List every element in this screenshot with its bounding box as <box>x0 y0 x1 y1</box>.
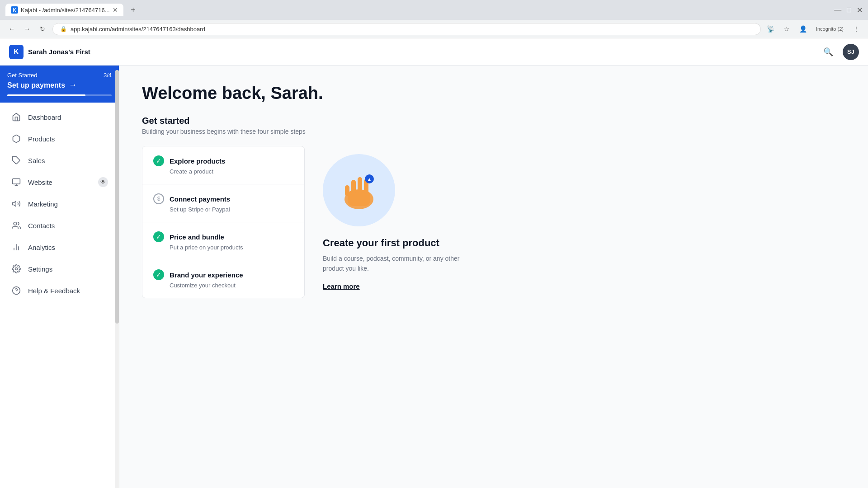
sidebar-item-contacts[interactable]: Contacts <box>2 215 117 236</box>
users-icon <box>11 220 22 231</box>
box-icon <box>11 133 22 144</box>
sidebar-item-help[interactable]: Help & Feedback <box>2 280 117 301</box>
svg-rect-15 <box>358 177 362 193</box>
menu-button[interactable]: ⋮ <box>850 23 863 35</box>
toolbar-right: 📡 ☆ 👤 Incognito (2) ⋮ <box>764 23 863 35</box>
step-explore-header: ✓ Explore products <box>153 155 293 166</box>
sidebar-products-label: Products <box>28 135 55 143</box>
sidebar-item-dashboard[interactable]: Dashboard <box>2 106 117 128</box>
step-connect-desc: Set up Stripe or Paypal <box>170 206 293 213</box>
nav-items: Dashboard Products Sales Website 👁 <box>0 103 119 488</box>
section-title: Get started <box>142 116 845 126</box>
sidebar-settings-label: Settings <box>28 265 52 273</box>
new-tab-button[interactable]: + <box>127 4 140 16</box>
window-controls: — □ ✕ <box>834 6 863 14</box>
search-button[interactable]: 🔍 <box>821 45 835 59</box>
step-connect-header: $ Connect payments <box>153 193 293 204</box>
sidebar-scrollbar[interactable] <box>115 66 119 488</box>
header-left: K Sarah Jonas's First <box>9 45 90 59</box>
forward-button[interactable]: → <box>21 23 33 35</box>
welcome-title: Welcome back, Sarah. <box>142 84 845 103</box>
sidebar-website-label: Website <box>28 178 52 186</box>
svg-rect-14 <box>351 180 356 194</box>
step-brand-check-icon: ✓ <box>153 269 164 280</box>
get-started-count: 3/4 <box>104 72 112 79</box>
svg-point-9 <box>15 268 18 270</box>
url-bar[interactable]: 🔒 app.kajabi.com/admin/sites/2147647163/… <box>52 23 761 35</box>
step-brand-desc: Customize your checkout <box>170 282 293 289</box>
steps-list: ✓ Explore products Create a product $ Co… <box>142 146 305 298</box>
kajabi-logo: K <box>9 45 24 59</box>
website-visibility-badge: 👁 <box>98 177 108 187</box>
sidebar-analytics-label: Analytics <box>28 244 55 251</box>
step-price-header: ✓ Price and bundle <box>153 231 293 242</box>
step-price-check-icon: ✓ <box>153 231 164 242</box>
cast-button[interactable]: 📡 <box>764 23 777 35</box>
step-connect-dollar-icon: $ <box>153 193 164 204</box>
progress-bar <box>7 94 112 96</box>
step-brand-header: ✓ Brand your experience <box>153 269 293 280</box>
sidebar-item-settings[interactable]: Settings <box>2 258 117 280</box>
tag-icon <box>11 155 22 166</box>
minimize-button[interactable]: — <box>834 6 841 14</box>
sidebar-dashboard-label: Dashboard <box>28 113 61 121</box>
progress-fill <box>7 94 85 96</box>
get-started-top: Get Started 3/4 <box>7 72 112 79</box>
get-started-cta: Set up payments → <box>7 80 112 90</box>
maximize-button[interactable]: □ <box>847 6 851 14</box>
get-started-section: Get started Building your business begin… <box>142 116 845 298</box>
sidebar-sales-label: Sales <box>28 157 45 164</box>
site-name: Sarah Jonas's First <box>28 48 90 56</box>
svg-rect-1 <box>13 179 20 184</box>
profile-button[interactable]: 👤 <box>797 23 810 35</box>
learn-more-link[interactable]: Learn more <box>323 282 360 290</box>
step-brand[interactable]: ✓ Brand your experience Customize your c… <box>142 260 304 298</box>
step-price-title: Price and bundle <box>170 233 224 241</box>
sidebar-item-analytics[interactable]: Analytics <box>2 236 117 258</box>
help-circle-icon <box>11 285 22 296</box>
sidebar-marketing-label: Marketing <box>28 200 58 208</box>
steps-layout: ✓ Explore products Create a product $ Co… <box>142 146 845 298</box>
svg-marker-4 <box>13 201 16 206</box>
address-bar: ← → ↻ 🔒 app.kajabi.com/admin/sites/21476… <box>0 20 868 38</box>
sidebar: Get Started 3/4 Set up payments → Dashbo… <box>0 66 119 488</box>
sidebar-item-products[interactable]: Products <box>2 128 117 150</box>
bookmark-button[interactable]: ☆ <box>781 23 793 35</box>
browser-chrome: K Kajabi - /admin/sites/214764716... ✕ +… <box>0 0 868 38</box>
reload-button[interactable]: ↻ <box>36 23 49 35</box>
title-bar: K Kajabi - /admin/sites/214764716... ✕ +… <box>0 0 868 20</box>
sidebar-item-website[interactable]: Website 👁 <box>2 171 117 193</box>
bar-chart-icon <box>11 242 22 253</box>
back-button[interactable]: ← <box>5 23 18 35</box>
section-subtitle: Building your business begins with these… <box>142 128 845 135</box>
home-icon <box>11 112 22 122</box>
sidebar-item-marketing[interactable]: Marketing <box>2 193 117 215</box>
app-header: K Sarah Jonas's First 🔍 SJ <box>0 38 868 66</box>
step-price[interactable]: ✓ Price and bundle Put a price on your p… <box>142 222 304 260</box>
header-right: 🔍 SJ <box>821 44 859 60</box>
step-connect[interactable]: $ Connect payments Set up Stripe or Payp… <box>142 184 304 222</box>
nav-buttons: ← → ↻ <box>5 23 49 35</box>
get-started-arrow-icon: → <box>69 80 77 90</box>
step-explore-desc: Create a product <box>170 168 293 175</box>
tab-title: Kajabi - /admin/sites/214764716... <box>21 7 110 14</box>
incognito-label: Incognito (2) <box>813 23 846 35</box>
browser-tab[interactable]: K Kajabi - /admin/sites/214764716... ✕ <box>5 4 123 16</box>
step-explore[interactable]: ✓ Explore products Create a product <box>142 146 304 184</box>
step-price-desc: Put a price on your products <box>170 244 293 251</box>
step-brand-title: Brand your experience <box>170 271 243 279</box>
close-window-button[interactable]: ✕ <box>857 6 863 14</box>
svg-point-5 <box>14 222 17 225</box>
scrollbar-track <box>115 70 119 488</box>
tab-favicon: K <box>11 6 18 14</box>
product-desc: Build a course, podcast, community, or a… <box>323 253 476 274</box>
tab-close-button[interactable]: ✕ <box>113 6 118 14</box>
avatar[interactable]: SJ <box>843 44 859 60</box>
step-connect-title: Connect payments <box>170 195 230 203</box>
main-content: Welcome back, Sarah. Get started Buildin… <box>119 66 868 488</box>
step-explore-title: Explore products <box>170 157 225 165</box>
sidebar-item-sales[interactable]: Sales <box>2 150 117 171</box>
sidebar-contacts-label: Contacts <box>28 222 55 230</box>
get-started-banner[interactable]: Get Started 3/4 Set up payments → <box>0 66 119 103</box>
sidebar-help-label: Help & Feedback <box>28 287 80 295</box>
